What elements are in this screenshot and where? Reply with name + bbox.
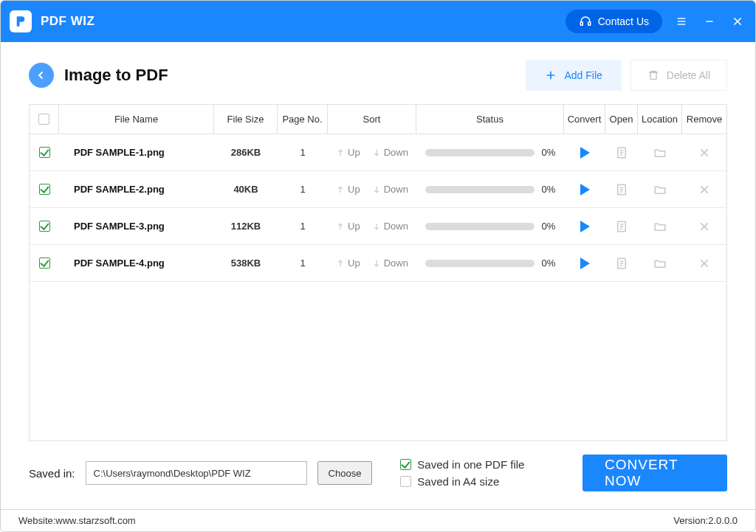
open-button[interactable] <box>605 208 638 244</box>
location-button[interactable] <box>638 245 682 281</box>
row-checkbox[interactable] <box>39 258 50 269</box>
one-pdf-label: Saved in one PDF file <box>417 458 524 471</box>
convert-button[interactable] <box>564 134 605 170</box>
col-status: Status <box>416 105 564 134</box>
document-icon <box>615 183 628 196</box>
location-button[interactable] <box>638 208 682 244</box>
file-size: 40KB <box>214 171 278 207</box>
convert-button[interactable] <box>564 208 605 244</box>
table-row: PDF SAMPLE-2.png40KB1UpDown0% <box>30 171 726 208</box>
x-icon <box>698 258 710 269</box>
progress-percent: 0% <box>542 147 556 158</box>
version-value: 2.0.0.0 <box>708 515 738 526</box>
add-file-label: Add File <box>564 69 602 81</box>
svg-rect-1 <box>588 22 591 26</box>
play-icon <box>580 184 590 196</box>
location-button[interactable] <box>638 134 682 170</box>
arrow-down-icon <box>372 258 381 269</box>
file-name: PDF SAMPLE-2.png <box>59 171 214 207</box>
add-file-button[interactable]: Add File <box>526 60 621 91</box>
page-count: 1 <box>278 134 328 170</box>
row-checkbox[interactable] <box>39 221 50 232</box>
progress-bar <box>425 260 535 267</box>
a4-checkbox[interactable] <box>400 476 411 487</box>
convert-button[interactable] <box>564 171 605 207</box>
website-link[interactable]: www.starzsoft.com <box>55 515 135 526</box>
sort-down-button[interactable]: Down <box>372 184 408 195</box>
convert-button[interactable] <box>564 245 605 281</box>
table-row: PDF SAMPLE-1.png286KB1UpDown0% <box>30 134 726 171</box>
progress-percent: 0% <box>542 184 556 195</box>
file-size: 538KB <box>214 245 278 281</box>
one-pdf-checkbox[interactable] <box>400 459 411 470</box>
convert-now-button[interactable]: CONVERT NOW <box>583 455 727 491</box>
sort-up-button[interactable]: Up <box>336 184 360 195</box>
app-title: PDF WIZ <box>41 14 94 29</box>
row-checkbox[interactable] <box>39 147 50 158</box>
sort-down-button[interactable]: Down <box>372 258 408 269</box>
open-button[interactable] <box>605 245 638 281</box>
sort-down-button[interactable]: Down <box>372 221 408 232</box>
col-open: Open <box>605 105 638 134</box>
document-icon <box>615 257 628 270</box>
statusbar: Website: www.starzsoft.com Version: 2.0.… <box>1 509 755 531</box>
col-file-size: File Size <box>214 105 278 134</box>
minimize-button[interactable] <box>702 14 717 29</box>
col-remove: Remove <box>682 105 726 134</box>
back-button[interactable] <box>29 63 54 88</box>
folder-icon <box>653 220 667 233</box>
folder-icon <box>653 183 667 196</box>
app-logo <box>10 10 32 32</box>
menu-button[interactable] <box>674 14 689 29</box>
sort-up-button[interactable]: Up <box>336 258 360 269</box>
file-size: 112KB <box>214 208 278 244</box>
website-label: Website: <box>18 515 55 526</box>
arrow-left-icon <box>35 69 48 82</box>
arrow-up-icon <box>336 258 345 269</box>
location-button[interactable] <box>638 171 682 207</box>
folder-icon <box>653 146 667 159</box>
arrow-down-icon <box>372 184 381 195</box>
table-row: PDF SAMPLE-4.png538KB1UpDown0% <box>30 245 726 282</box>
remove-button[interactable] <box>682 208 726 244</box>
delete-all-label: Delete All <box>667 69 710 81</box>
file-name: PDF SAMPLE-4.png <box>59 245 214 281</box>
close-icon <box>732 15 743 27</box>
progress-percent: 0% <box>542 258 556 269</box>
trash-icon <box>647 69 659 81</box>
saved-in-label: Saved in: <box>29 467 75 480</box>
svg-rect-0 <box>580 22 583 26</box>
play-icon <box>580 221 590 232</box>
remove-button[interactable] <box>682 134 726 170</box>
close-button[interactable] <box>730 14 745 29</box>
choose-folder-button[interactable]: Choose <box>317 461 373 485</box>
col-convert: Convert <box>564 105 605 134</box>
sort-up-button[interactable]: Up <box>336 147 360 158</box>
a4-label: Saved in A4 size <box>417 475 499 488</box>
remove-button[interactable] <box>682 171 726 207</box>
play-icon <box>580 147 590 159</box>
page-title: Image to PDF <box>64 66 168 85</box>
version-label: Version: <box>673 515 708 526</box>
output-path-input[interactable] <box>86 461 307 485</box>
open-button[interactable] <box>605 171 638 207</box>
page-count: 1 <box>278 245 328 281</box>
sort-up-button[interactable]: Up <box>336 221 360 232</box>
remove-button[interactable] <box>682 245 726 281</box>
row-checkbox[interactable] <box>39 184 50 195</box>
select-all-checkbox[interactable] <box>38 114 49 125</box>
open-button[interactable] <box>605 134 638 170</box>
delete-all-button[interactable]: Delete All <box>630 60 727 91</box>
sort-down-button[interactable]: Down <box>372 147 408 158</box>
col-page-no: Page No. <box>278 105 328 134</box>
progress-bar <box>425 186 535 193</box>
arrow-up-icon <box>336 221 345 232</box>
titlebar: PDF WIZ Contact Us <box>1 1 755 42</box>
file-table: File Name File Size Page No. Sort Status… <box>29 104 727 441</box>
play-icon <box>580 258 590 269</box>
contact-us-button[interactable]: Contact Us <box>566 10 662 33</box>
col-location: Location <box>638 105 682 134</box>
page-count: 1 <box>278 171 328 207</box>
headset-icon <box>579 15 592 28</box>
col-sort: Sort <box>328 105 416 134</box>
